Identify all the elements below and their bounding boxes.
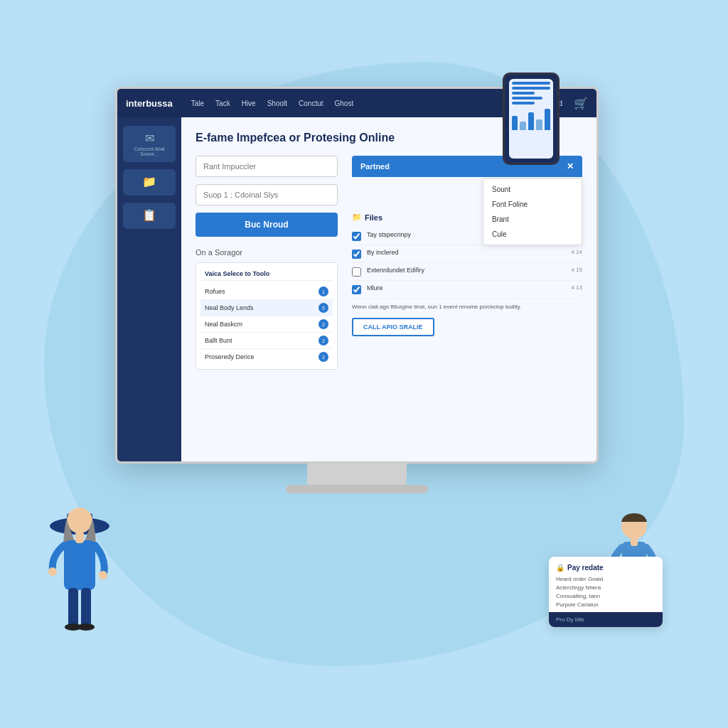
sidebar-item-email[interactable]: ✉ Cohccmt Abal Soane... bbox=[123, 126, 176, 162]
character-woman bbox=[37, 485, 122, 655]
svg-rect-13 bbox=[631, 537, 638, 546]
sidebar-item-doc[interactable]: 📋 bbox=[123, 203, 176, 229]
nav-item-conctut[interactable]: Conctut bbox=[299, 100, 323, 107]
dropdown-item-1[interactable]: Sount bbox=[483, 182, 582, 197]
svg-point-4 bbox=[48, 567, 57, 576]
list-header: Vaica Selece to Toolo bbox=[200, 267, 333, 281]
list-item-4[interactable]: Ballt Bunt 2 bbox=[200, 333, 333, 349]
dropdown-menu: Sount Font Foline Brant Cule bbox=[483, 178, 582, 245]
dropdown-title: Partned bbox=[360, 162, 390, 171]
pay-row-1: Heard order Gnaid bbox=[556, 576, 655, 582]
pay-row-2: Acterclingy Nhera bbox=[556, 584, 655, 591]
chart-bar-5 bbox=[545, 109, 550, 130]
woman-svg bbox=[37, 485, 122, 655]
phone-line-2 bbox=[512, 87, 550, 90]
main-content: E-fame Impefcea or Protesing Online Buc … bbox=[181, 117, 596, 461]
main-input[interactable] bbox=[196, 156, 338, 177]
checkbox-row-3: Mlure 4 13 bbox=[352, 281, 582, 299]
nav-item-tale[interactable]: Tale bbox=[191, 100, 204, 107]
svg-rect-6 bbox=[68, 588, 78, 627]
checkbox-label-1: By inclered bbox=[367, 249, 565, 256]
checkbox-badge-1: 4 14 bbox=[571, 249, 582, 255]
chart-bar-4 bbox=[536, 119, 542, 130]
lock-icon: 🔒 bbox=[556, 564, 564, 572]
dropdown-item-2[interactable]: Font Foline bbox=[483, 197, 582, 212]
checkbox-badge-2: 4 15 bbox=[571, 267, 582, 273]
svg-point-5 bbox=[99, 571, 107, 579]
files-icon: 📁 bbox=[352, 213, 362, 222]
sidebar-item-folder[interactable]: 📁 bbox=[123, 169, 176, 196]
list-item-label-5: Proseredy Derice bbox=[205, 353, 255, 360]
form-section: Buc Nroud On a Soragor Vaica Selece to T… bbox=[196, 156, 582, 370]
chart-bar-3 bbox=[528, 112, 534, 130]
call-button[interactable]: CALL APIO SRALIE bbox=[352, 318, 434, 336]
svg-point-9 bbox=[77, 623, 95, 631]
list-item-label-4: Ballt Bunt bbox=[205, 337, 232, 344]
phone-line-1 bbox=[512, 82, 550, 85]
monitor-stand bbox=[307, 464, 407, 485]
doc-icon: 📋 bbox=[126, 208, 173, 222]
step-input[interactable] bbox=[196, 184, 338, 205]
list-item-label-2: Neal Body Lends bbox=[205, 304, 254, 311]
section-label: On a Soragor bbox=[196, 248, 338, 257]
email-icon: ✉ bbox=[126, 132, 173, 145]
list-item-5[interactable]: Proseredy Derice 2 bbox=[200, 349, 333, 365]
content-area: ✉ Cohccmt Abal Soane... 📁 📋 E-fame Impef… bbox=[117, 117, 596, 461]
svg-point-2 bbox=[67, 508, 92, 533]
close-icon[interactable]: ✕ bbox=[567, 161, 574, 171]
list-badge-3: 2 bbox=[318, 319, 328, 329]
cart-icon[interactable]: 🛒 bbox=[574, 97, 588, 110]
pay-row-4: Purpole Carlalun bbox=[556, 601, 655, 608]
nav-item-ghost[interactable]: Ghost bbox=[335, 100, 354, 107]
list-item-3[interactable]: Neal Baskcm 2 bbox=[200, 316, 333, 333]
nav-item-hive[interactable]: Hive bbox=[242, 100, 256, 107]
checkbox-row-1: By inclered 4 14 bbox=[352, 245, 582, 263]
checkbox-label-3: Mlure bbox=[367, 284, 565, 291]
list-badge-1: 1 bbox=[318, 287, 328, 296]
dropdown-item-4[interactable]: Cule bbox=[483, 227, 582, 242]
phone-line-3 bbox=[512, 92, 535, 95]
pay-card-title: 🔒 Pay redate bbox=[556, 564, 655, 572]
list-badge-4: 2 bbox=[318, 336, 328, 346]
folder-icon: 📁 bbox=[126, 175, 173, 188]
pay-card-footer: Pro Dy Mte bbox=[549, 612, 663, 627]
right-panel: Partned ✕ Sount Font Foline Brant Cule bbox=[352, 156, 582, 370]
phone-line-4 bbox=[512, 97, 542, 100]
left-panel: Buc Nroud On a Soragor Vaica Selece to T… bbox=[196, 156, 338, 370]
list-badge-2: 5 bbox=[318, 303, 328, 313]
svg-rect-3 bbox=[64, 540, 95, 590]
nav-logo[interactable]: interbussa bbox=[126, 98, 173, 109]
checkbox-3[interactable] bbox=[352, 285, 361, 294]
scene-container: interbussa Tale Tack Hive Shoolt Conctut… bbox=[23, 30, 705, 698]
list-panel: Vaica Selece to Toolo Rofues 1 Neal Body… bbox=[196, 262, 338, 370]
list-badge-5: 2 bbox=[318, 352, 328, 362]
checkbox-label-2: Extenrdundet Edifiry bbox=[367, 267, 565, 274]
checkbox-badge-3: 4 13 bbox=[571, 284, 582, 291]
list-item-2[interactable]: Neal Body Lends 5 bbox=[200, 300, 333, 316]
pay-row-3: Consoalting, tann bbox=[556, 593, 655, 599]
nav-item-shoolt[interactable]: Shoolt bbox=[267, 100, 287, 107]
list-item-1[interactable]: Rofues 1 bbox=[200, 284, 333, 300]
phone-screen bbox=[509, 79, 553, 159]
monitor-base bbox=[286, 485, 428, 493]
dropdown-item-3[interactable]: Brant bbox=[483, 212, 582, 227]
phone-line-5 bbox=[512, 102, 535, 105]
checkbox-row-2: Extenrdundet Edifiry 4 15 bbox=[352, 263, 582, 281]
checkbox-2[interactable] bbox=[352, 267, 361, 277]
nav-item-tack[interactable]: Tack bbox=[215, 100, 230, 107]
checkbox-1[interactable] bbox=[352, 250, 361, 259]
phone-mockup bbox=[503, 73, 560, 165]
pay-card: 🔒 Pay redate Heard order Gnaid Acterclin… bbox=[549, 557, 663, 627]
svg-rect-10 bbox=[75, 532, 84, 543]
list-item-label-3: Neal Baskcm bbox=[205, 321, 242, 328]
sidebar: ✉ Cohccmt Abal Soane... 📁 📋 bbox=[117, 117, 181, 461]
buy-button[interactable]: Buc Nroud bbox=[196, 213, 338, 237]
chart-bar-1 bbox=[512, 116, 518, 130]
sidebar-label-1: Cohccmt Abal Soane... bbox=[126, 146, 173, 156]
svg-rect-7 bbox=[81, 588, 91, 627]
list-item-label-1: Rofues bbox=[205, 288, 225, 295]
chart-bar-2 bbox=[520, 122, 525, 130]
description-text: Wenn clali ago ftiturgine tinst, oun 1 e… bbox=[352, 303, 582, 311]
pay-footer-label: Pro Dy Mte bbox=[556, 616, 584, 623]
checkbox-0[interactable] bbox=[352, 232, 361, 241]
